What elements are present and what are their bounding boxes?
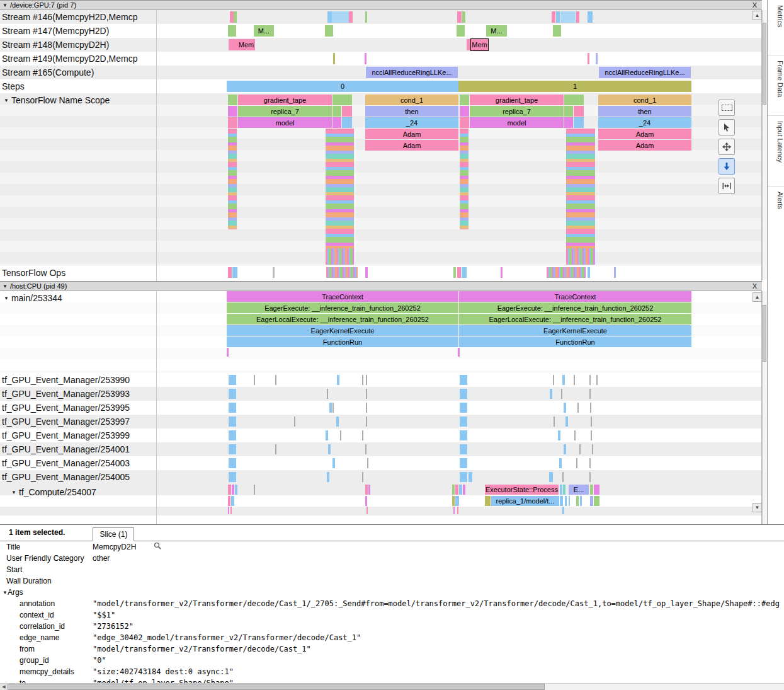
trace-event[interactable]	[562, 472, 564, 482]
trace-event[interactable]	[452, 496, 455, 506]
trace-event[interactable]	[229, 430, 236, 440]
adam-slice[interactable]: Adam	[365, 129, 458, 139]
trace-event[interactable]	[458, 348, 460, 357]
trace-event[interactable]	[228, 507, 229, 514]
eager-execute-slice[interactable]: EagerExecute: __inference_train_function…	[227, 302, 458, 313]
trace-event[interactable]	[457, 25, 465, 37]
trace-event[interactable]	[332, 117, 341, 128]
trace-event[interactable]	[229, 417, 236, 427]
trace-event[interactable]	[275, 375, 276, 385]
trace-context-slice[interactable]: TraceContext	[459, 291, 691, 302]
trace-event[interactable]	[228, 485, 231, 495]
trace-event[interactable]	[327, 11, 332, 23]
trace-event[interactable]	[327, 389, 328, 399]
trace-event[interactable]	[549, 472, 553, 482]
flame-stack[interactable]	[228, 129, 237, 229]
trace-event[interactable]	[228, 95, 237, 105]
trace-event[interactable]	[564, 117, 573, 128]
trace-event[interactable]	[365, 53, 366, 64]
trace-event[interactable]	[366, 389, 367, 399]
horizontal-scrollbar[interactable]: ◀	[0, 683, 784, 690]
model-slice[interactable]: model	[470, 117, 564, 128]
trace-event[interactable]	[230, 507, 232, 514]
eager-local-execute-slice[interactable]: EagerLocalExecute: __inference_train_fun…	[227, 314, 458, 325]
trace-event[interactable]	[229, 375, 236, 385]
trace-event[interactable]	[590, 496, 593, 506]
trace-event[interactable]	[365, 444, 366, 454]
trace-event[interactable]	[564, 444, 566, 454]
trace-event[interactable]	[565, 417, 568, 427]
trace-event[interactable]	[462, 11, 465, 23]
trace-event[interactable]	[342, 106, 352, 117]
ops-cluster[interactable]	[547, 267, 586, 278]
trace-event[interactable]	[579, 444, 581, 454]
ops-cluster[interactable]	[326, 267, 358, 278]
trace-event[interactable]	[367, 458, 368, 468]
memcpy-d2h-slice-selected[interactable]: Mem	[471, 39, 488, 50]
then-slice[interactable]: then	[598, 106, 691, 117]
trace-event[interactable]	[228, 496, 230, 506]
trace-event[interactable]	[366, 375, 367, 385]
tab-alerts[interactable]: Alerts	[768, 187, 784, 243]
trace-event[interactable]	[591, 417, 592, 427]
collapse-triangle-icon[interactable]: ▼	[3, 284, 8, 289]
step-0-slice[interactable]: 0	[227, 81, 458, 92]
pan-tool-button[interactable]	[719, 139, 735, 155]
trace-event[interactable]	[553, 375, 554, 385]
trace-event[interactable]	[460, 472, 467, 482]
trace-event[interactable]	[329, 403, 332, 413]
trace-event[interactable]	[588, 53, 589, 64]
gpu-vertical-scrollbar[interactable]	[762, 10, 767, 280]
trace-event[interactable]	[576, 11, 579, 23]
hscroll-thumb[interactable]	[8, 684, 545, 690]
trace-event[interactable]	[460, 403, 467, 413]
tab-metrics[interactable]: Metrics	[768, 0, 784, 55]
trace-event[interactable]	[561, 389, 562, 399]
trace-event[interactable]	[234, 11, 237, 23]
cond-1-slice[interactable]: cond_1	[365, 95, 458, 105]
replica-7-slice[interactable]: replica_7	[238, 106, 332, 117]
cpu-scroll-down-button[interactable]: ▼	[753, 503, 762, 512]
trace-event[interactable]	[365, 267, 368, 278]
trace-event[interactable]	[228, 117, 237, 128]
flame-stack[interactable]	[566, 129, 595, 248]
trace-event[interactable]	[558, 430, 560, 440]
collapse-triangle-icon[interactable]: ▼	[3, 3, 8, 8]
trace-event[interactable]	[332, 106, 341, 117]
trace-event[interactable]	[594, 496, 599, 506]
trace-event[interactable]	[365, 496, 367, 506]
trace-event[interactable]	[569, 496, 570, 506]
trace-event[interactable]	[457, 267, 461, 278]
trace-event[interactable]	[577, 403, 579, 413]
trace-event[interactable]	[368, 485, 370, 495]
trace-event[interactable]	[589, 375, 591, 385]
trace-event[interactable]	[460, 106, 469, 117]
collapse-triangle-icon[interactable]: ▼	[3, 590, 8, 595]
trace-event[interactable]	[574, 430, 576, 440]
tab-slice[interactable]: Slice (1)	[93, 527, 134, 541]
trace-event[interactable]	[562, 507, 564, 514]
adam-slice[interactable]: Adam	[598, 129, 691, 139]
trace-event[interactable]	[563, 485, 565, 495]
trace-event[interactable]	[455, 496, 459, 506]
trace-event[interactable]	[342, 117, 352, 128]
trace-event[interactable]	[576, 458, 577, 468]
pointer-tool-button[interactable]	[719, 119, 735, 135]
trace-event[interactable]	[550, 389, 552, 399]
trace-event[interactable]	[362, 430, 363, 440]
trace-event[interactable]	[332, 11, 349, 23]
trace-event[interactable]	[229, 444, 236, 454]
function-run-slice[interactable]: FunctionRun	[227, 336, 458, 347]
trace-context-slice[interactable]: TraceContext	[227, 291, 458, 302]
trace-event[interactable]	[560, 485, 562, 495]
trace-event[interactable]	[596, 53, 598, 64]
trace-event[interactable]	[228, 25, 236, 37]
trace-event[interactable]	[453, 267, 456, 278]
trace-event[interactable]	[501, 267, 503, 278]
trace-event[interactable]	[452, 485, 455, 495]
trace-event[interactable]	[591, 430, 592, 440]
trace-event[interactable]	[554, 417, 555, 427]
trace-event[interactable]	[326, 430, 328, 440]
trace-event[interactable]	[467, 39, 471, 50]
trace-event[interactable]	[594, 485, 599, 495]
